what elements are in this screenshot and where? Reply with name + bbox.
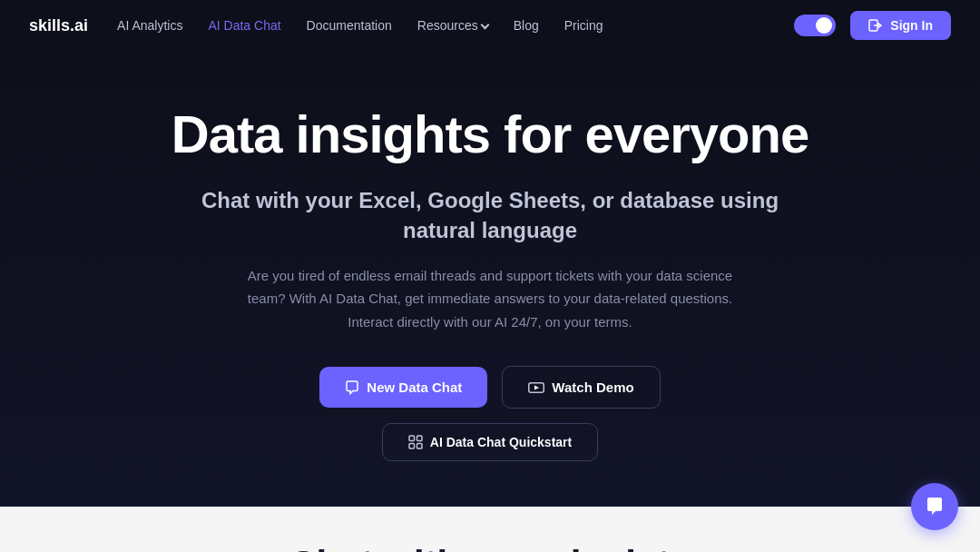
nav-right: Sign In	[794, 11, 951, 40]
watch-demo-button[interactable]: Watch Demo	[502, 366, 660, 409]
new-data-chat-button[interactable]: New Data Chat	[319, 367, 487, 408]
nav-link-ai-data-chat[interactable]: AI Data Chat	[208, 18, 280, 33]
hero-buttons: New Data Chat Watch Demo	[319, 366, 660, 409]
nav-link-documentation[interactable]: Documentation	[307, 18, 392, 33]
sign-in-icon	[868, 18, 883, 33]
resources-chevron-icon	[480, 20, 489, 29]
hero-section: Data insights for everyone Chat with you…	[0, 51, 980, 507]
nav-item-documentation[interactable]: Documentation	[307, 17, 392, 34]
bottom-section: Chat with sample data	[0, 507, 980, 552]
nav-links: AI Analytics AI Data Chat Documentation …	[117, 17, 603, 34]
nav-item-ai-analytics[interactable]: AI Analytics	[117, 17, 182, 34]
hero-subtitle: Chat with your Excel, Google Sheets, or …	[200, 185, 780, 246]
sign-in-button[interactable]: Sign In	[850, 11, 951, 40]
nav-item-blog[interactable]: Blog	[514, 17, 539, 34]
theme-toggle[interactable]	[794, 15, 836, 36]
sign-in-label: Sign In	[890, 18, 933, 33]
nav-left: skills.ai AI Analytics AI Data Chat Docu…	[29, 16, 603, 35]
nav-link-ai-analytics[interactable]: AI Analytics	[117, 18, 182, 33]
resources-label[interactable]: Resources	[417, 18, 478, 33]
bottom-title: Chat with sample data	[36, 543, 944, 552]
nav-link-pricing[interactable]: Pricing	[564, 18, 603, 33]
nav-item-pricing[interactable]: Pricing	[564, 17, 603, 34]
grid-icon	[408, 435, 423, 449]
svg-rect-6	[416, 444, 422, 449]
navbar: skills.ai AI Analytics AI Data Chat Docu…	[0, 0, 980, 51]
svg-rect-5	[409, 444, 415, 449]
quickstart-button[interactable]: AI Data Chat Quickstart	[382, 423, 598, 461]
svg-rect-3	[409, 436, 415, 441]
watch-demo-label: Watch Demo	[552, 380, 633, 395]
toggle-track[interactable]	[794, 15, 836, 36]
nav-link-resources[interactable]: Resources	[417, 18, 488, 33]
nav-item-resources[interactable]: Resources	[417, 18, 488, 33]
hero-title: Data insights for everyone	[172, 105, 808, 163]
nav-link-blog[interactable]: Blog	[514, 18, 539, 33]
svg-rect-4	[416, 436, 422, 441]
hero-description: Are you tired of endless email threads a…	[227, 264, 753, 334]
chat-float-icon	[924, 496, 946, 518]
chat-icon	[345, 380, 359, 395]
quickstart-label: AI Data Chat Quickstart	[430, 435, 572, 449]
chat-float-button[interactable]	[911, 483, 958, 530]
toggle-thumb	[816, 17, 832, 34]
play-icon	[528, 382, 544, 393]
logo[interactable]: skills.ai	[29, 16, 88, 35]
new-data-chat-label: New Data Chat	[367, 380, 462, 395]
nav-item-ai-data-chat[interactable]: AI Data Chat	[208, 17, 280, 34]
